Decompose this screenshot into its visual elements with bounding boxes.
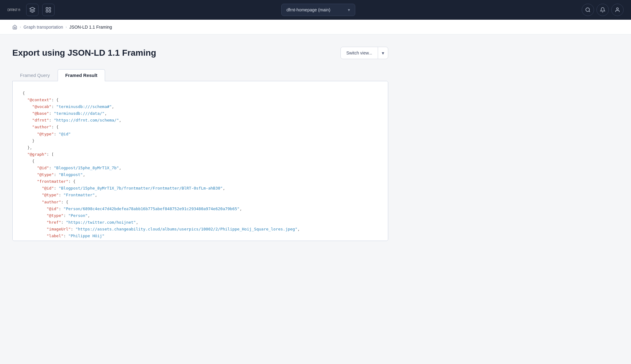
notifications-button[interactable] xyxy=(596,4,609,16)
profile-button[interactable] xyxy=(611,4,624,16)
switch-view-label: Switch view... xyxy=(341,47,378,59)
svg-point-4 xyxy=(586,8,589,11)
code-panel: { "@context": { "@vocab": "terminusdb://… xyxy=(12,81,388,241)
tab-framed-result[interactable]: Framed Result xyxy=(58,69,105,81)
switch-view-button[interactable]: Switch view... ▾ xyxy=(340,47,388,59)
branch-selector[interactable]: dfrnt-homepage (main) ▾ xyxy=(281,4,355,16)
switch-view-chevron-icon: ▾ xyxy=(378,47,388,59)
svg-rect-0 xyxy=(46,8,48,10)
breadcrumb-graph-transportation[interactable]: Graph transportation xyxy=(23,25,63,30)
tabs-bar: Framed Query Framed Result xyxy=(12,69,388,81)
topbar-center: dfrnt-homepage (main) ▾ xyxy=(58,4,578,16)
page-header: Export using JSON-LD 1.1 Framing Switch … xyxy=(12,47,388,59)
topbar: DFRNT® dfrnt-homepage (main) ▾ xyxy=(0,0,631,20)
branch-chevron-icon: ▾ xyxy=(348,7,350,12)
breadcrumb-sep-2: › xyxy=(66,25,67,29)
logo-text: DFRNT xyxy=(7,8,17,12)
branch-selector-text: dfrnt-homepage (main) xyxy=(287,7,345,12)
svg-rect-3 xyxy=(49,10,51,12)
page-title: Export using JSON-LD 1.1 Framing xyxy=(12,48,156,58)
breadcrumb-current: JSON-LD 1.1 Framing xyxy=(69,25,112,30)
tab-framed-query[interactable]: Framed Query xyxy=(12,69,58,81)
svg-rect-2 xyxy=(46,10,48,12)
breadcrumb-sep-1: › xyxy=(20,25,21,29)
main-content: Export using JSON-LD 1.1 Framing Switch … xyxy=(0,34,401,253)
breadcrumb: › Graph transportation › JSON-LD 1.1 Fra… xyxy=(0,20,631,34)
app-logo: DFRNT® xyxy=(7,8,20,12)
grid-icon-button[interactable] xyxy=(42,4,55,16)
cube-icon-button[interactable] xyxy=(26,4,39,16)
svg-rect-1 xyxy=(49,8,51,10)
search-button[interactable] xyxy=(582,4,594,16)
svg-point-5 xyxy=(617,8,618,10)
breadcrumb-home[interactable] xyxy=(12,24,17,30)
code-content: { "@context": { "@vocab": "terminusdb://… xyxy=(22,90,378,241)
topbar-right xyxy=(582,4,624,16)
logo-sup: ® xyxy=(18,8,20,12)
